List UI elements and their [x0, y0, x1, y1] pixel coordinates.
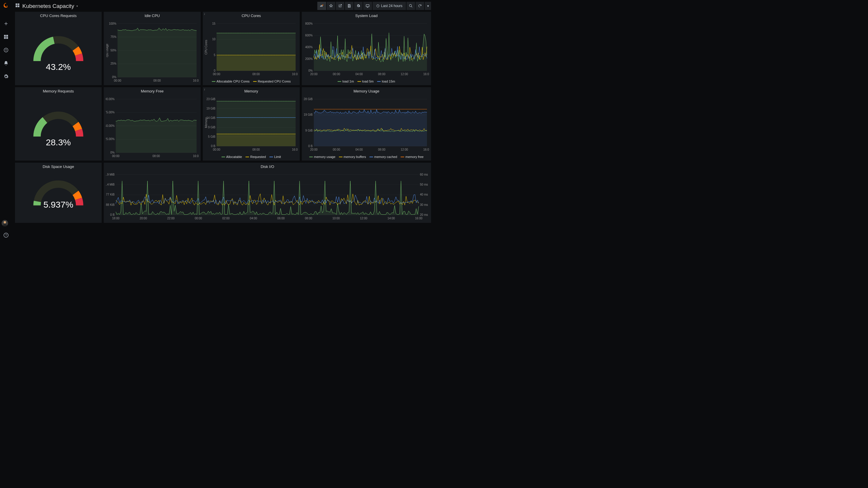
panel-title: CPU Cores Requests: [15, 12, 102, 20]
legend-item[interactable]: load 15m: [377, 79, 395, 84]
svg-text:9 GiB: 9 GiB: [208, 126, 215, 129]
svg-point-1: [4, 221, 6, 223]
svg-text:50 ms: 50 ms: [420, 183, 428, 186]
sidebar: ?: [0, 0, 12, 244]
legend-item[interactable]: Allocatable CPU Cores: [212, 79, 249, 84]
svg-text:60 ms: 60 ms: [420, 173, 428, 176]
svg-text:00:00: 00:00: [333, 72, 340, 76]
svg-text:00:00: 00:00: [112, 155, 119, 158]
svg-text:600%: 600%: [305, 34, 313, 37]
avatar[interactable]: [2, 220, 8, 226]
svg-text:15: 15: [212, 22, 216, 25]
svg-rect-4: [366, 5, 369, 7]
svg-text:00:00: 00:00: [213, 72, 220, 76]
legend-label: memory usage: [314, 155, 336, 159]
svg-text:14:00: 14:00: [388, 217, 395, 220]
svg-text:20 ms: 20 ms: [420, 213, 428, 217]
svg-text:0 B: 0 B: [110, 213, 115, 217]
svg-text:19 GiB: 19 GiB: [206, 107, 215, 110]
gauge-value: 5.937%: [43, 200, 73, 210]
legend-item[interactable]: memory buffers: [339, 155, 366, 159]
panel-idle-cpu[interactable]: Idle CPU 0%25%50%75%100%00:0008:0016:00c…: [104, 12, 201, 85]
legend-item[interactable]: Requested CPU Cores: [253, 79, 290, 84]
svg-text:Memory: Memory: [205, 118, 208, 128]
svg-text:5 GiB: 5 GiB: [208, 135, 215, 138]
svg-text:19 GiB: 19 GiB: [304, 113, 313, 116]
svg-text:50.00%: 50.00%: [106, 124, 115, 127]
svg-text:100.00%: 100.00%: [106, 98, 115, 101]
svg-text:08:00: 08:00: [378, 72, 385, 76]
legend-item[interactable]: Requested: [246, 155, 266, 159]
svg-text:10:00: 10:00: [332, 217, 340, 220]
help-icon[interactable]: ?: [2, 231, 10, 239]
info-icon: i: [204, 12, 205, 16]
svg-text:08:00: 08:00: [252, 148, 260, 151]
panel-memory-requests[interactable]: Memory Requests 28.3%: [15, 87, 102, 161]
legend-item[interactable]: Allocatable: [222, 155, 242, 159]
legend-label: load 1m: [342, 79, 354, 84]
svg-text:16:00: 16:00: [423, 148, 429, 151]
legend-item[interactable]: Limit: [270, 155, 281, 159]
explore-icon[interactable]: [2, 46, 10, 55]
svg-text:12:00: 12:00: [401, 148, 408, 151]
refresh-button[interactable]: [416, 2, 424, 10]
add-panel-button[interactable]: [317, 2, 326, 10]
star-button[interactable]: [327, 2, 335, 10]
svg-point-6: [409, 4, 412, 7]
panel-title: Memory Free: [104, 87, 201, 95]
panel-disk-space-usage[interactable]: Disk Space Usage 5.937%: [15, 163, 102, 223]
save-button[interactable]: [345, 2, 353, 10]
panel-memory-usage[interactable]: Memory Usage 0 B9 GiB19 GiB28 GiB20:0000…: [302, 87, 431, 161]
svg-text:20:00: 20:00: [140, 217, 147, 220]
svg-text:0 B: 0 B: [211, 144, 215, 148]
add-icon[interactable]: [2, 20, 10, 28]
svg-text:0: 0: [214, 69, 215, 72]
panel-disk-io[interactable]: Disk I/O 0 B488 KiB977 KiB1.4 MiB1.9 MiB…: [104, 163, 431, 223]
dashboard-icon: [15, 3, 20, 9]
topbar: Kubernetes Capacity ▾ Last 24 hours ▾: [12, 0, 434, 12]
svg-text:16:00: 16:00: [415, 217, 422, 220]
legend-item[interactable]: memory usage: [309, 155, 336, 159]
legend-item[interactable]: memory cached: [369, 155, 397, 159]
panel-title: Memory: [203, 87, 300, 95]
svg-text:?: ?: [5, 233, 7, 237]
svg-text:25.00%: 25.00%: [106, 137, 115, 141]
svg-text:00:00: 00:00: [333, 148, 340, 151]
grafana-logo-icon[interactable]: [3, 3, 10, 10]
svg-text:cpu usage: cpu usage: [106, 43, 109, 57]
svg-text:04:00: 04:00: [355, 148, 363, 151]
svg-text:00:00: 00:00: [195, 217, 202, 220]
legend-item[interactable]: memory free: [401, 155, 424, 159]
dashboards-icon[interactable]: [2, 33, 10, 41]
zoom-out-button[interactable]: [407, 2, 415, 10]
panel-title: Disk I/O: [104, 163, 431, 170]
share-button[interactable]: [336, 2, 344, 10]
svg-text:28 GiB: 28 GiB: [304, 98, 313, 101]
panel-system-load[interactable]: System Load 0%200%400%600%800%20:0000:00…: [302, 12, 431, 85]
configuration-icon[interactable]: [2, 72, 10, 81]
svg-text:16:00: 16:00: [292, 72, 298, 76]
cycle-view-button[interactable]: [363, 2, 372, 10]
settings-button[interactable]: [354, 2, 363, 10]
panel-cpu-cores-requests[interactable]: CPU Cores Requests 43.2%: [15, 12, 102, 85]
legend-label: load 5m: [362, 79, 373, 84]
svg-text:75%: 75%: [111, 35, 116, 38]
legend-item[interactable]: load 1m: [338, 79, 354, 84]
alerting-icon[interactable]: [2, 59, 10, 68]
svg-text:0%: 0%: [309, 69, 313, 72]
refresh-dropdown-button[interactable]: ▾: [425, 2, 431, 10]
panel-memory-free[interactable]: Memory Free 0%25.00%50.00%75.00%100.00%0…: [104, 87, 201, 161]
time-range-button[interactable]: Last 24 hours: [373, 2, 406, 10]
legend-item[interactable]: load 5m: [357, 79, 373, 84]
svg-text:25%: 25%: [111, 62, 116, 65]
panel-memory[interactable]: i Memory 0 B5 GiB9 GiB14 GiB19 GiB23 GiB…: [203, 87, 300, 161]
svg-text:50%: 50%: [111, 49, 116, 52]
dashboard-title[interactable]: Kubernetes Capacity: [22, 3, 74, 9]
chevron-down-icon[interactable]: ▾: [76, 4, 78, 8]
svg-text:16:00: 16:00: [193, 79, 198, 82]
panel-cpu-cores[interactable]: i CPU Cores 05101500:0008:0016:00CPU Cor…: [203, 12, 300, 85]
svg-text:23 GiB: 23 GiB: [206, 98, 215, 101]
svg-text:CPU Cores: CPU Cores: [205, 40, 208, 55]
svg-text:0 B: 0 B: [308, 144, 313, 148]
legend-label: memory buffers: [343, 155, 366, 159]
